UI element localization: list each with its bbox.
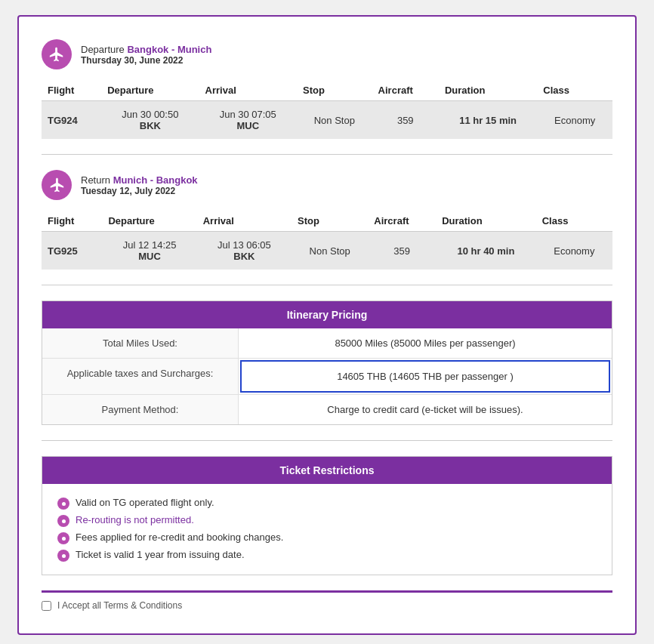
list-item: Valid on TG operated flight only.: [57, 495, 597, 512]
restriction-text: Re-routing is not permitted.: [76, 514, 194, 525]
list-item: Ticket is valid 1 year from issuing date…: [57, 547, 597, 564]
col-flight-dep: Flight: [42, 80, 101, 101]
departure-title-block: Departure Bangkok - Munich Thursday 30, …: [81, 44, 211, 66]
divider-2: [42, 285, 612, 285]
restrictions-list: Valid on TG operated flight only.Re-rout…: [57, 495, 597, 564]
pricing-row: Applicable taxes and Surcharges:14605 TH…: [42, 359, 612, 395]
col-aircraft-ret: Aircraft: [368, 211, 436, 232]
col-duration-dep: Duration: [439, 80, 537, 101]
col-departure-dep: Departure: [101, 80, 199, 101]
main-container: Departure Bangkok - Munich Thursday 30, …: [17, 15, 637, 635]
restrictions-body: Valid on TG operated flight only.Re-rout…: [42, 484, 612, 575]
class-value: Economy: [536, 232, 612, 270]
col-aircraft-dep: Aircraft: [372, 80, 439, 101]
list-item: Re-routing is not permitted.: [57, 512, 597, 529]
table-row: TG925 Jul 12 14:25MUC Jul 13 06:05BKK No…: [42, 232, 612, 270]
restrictions-section: Ticket Restrictions Valid on TG operated…: [42, 456, 612, 575]
restrictions-header: Ticket Restrictions: [42, 457, 612, 484]
col-class-ret: Class: [536, 211, 612, 232]
duration-value: 10 hr 40 min: [436, 232, 536, 270]
pricing-header: Itinerary Pricing: [42, 301, 612, 328]
divider-1: [42, 154, 612, 155]
return-table: Flight Departure Arrival Stop Aircraft D…: [42, 211, 612, 270]
restriction-text: Fees applied for re-credit and booking c…: [76, 532, 283, 543]
class-value: Economy: [537, 101, 612, 140]
arrival-time: Jun 30 07:05MUC: [199, 101, 297, 140]
col-flight-ret: Flight: [42, 211, 102, 232]
departure-section-header: Departure Bangkok - Munich Thursday 30, …: [42, 39, 612, 69]
terms-label: I Accept all Terms & Conditions: [57, 600, 182, 611]
return-date: Tuesday 12, July 2022: [81, 186, 198, 196]
col-stop-ret: Stop: [292, 211, 368, 232]
restriction-text: Valid on TG operated flight only.: [76, 497, 214, 508]
stop-info: Non Stop: [292, 232, 368, 270]
pricing-row: Total Miles Used:85000 Miles (85000 Mile…: [42, 328, 612, 359]
bottom-area: I Accept all Terms & Conditions: [42, 590, 612, 611]
col-duration-ret: Duration: [436, 211, 536, 232]
col-class-dep: Class: [537, 80, 612, 101]
list-item: Fees applied for re-credit and booking c…: [57, 529, 597, 547]
terms-row[interactable]: I Accept all Terms & Conditions: [42, 600, 612, 611]
pricing-section: Itinerary Pricing Total Miles Used:85000…: [42, 300, 612, 425]
bullet-icon: [57, 498, 69, 510]
pricing-value: 14605 THB (14605 THB per passenger ): [240, 360, 610, 393]
col-stop-dep: Stop: [297, 80, 372, 101]
departure-label: Departure Bangkok - Munich: [81, 44, 211, 55]
table-row: TG924 Jun 30 00:50BKK Jun 30 07:05MUC No…: [42, 101, 612, 140]
duration-value: 11 hr 15 min: [439, 101, 537, 140]
departure-icon: [42, 39, 72, 69]
bullet-icon: [57, 515, 69, 527]
col-departure-ret: Departure: [102, 211, 196, 232]
pricing-label: Applicable taxes and Surcharges:: [42, 359, 239, 394]
restriction-text: Ticket is valid 1 year from issuing date…: [76, 549, 245, 560]
flight-number: TG924: [42, 101, 101, 140]
pricing-value: Charge to credit card (e-ticket will be …: [239, 395, 612, 424]
bullet-icon: [57, 532, 69, 544]
col-arrival-ret: Arrival: [197, 211, 292, 232]
flight-number: TG925: [42, 232, 102, 270]
pricing-label: Payment Method:: [42, 395, 239, 424]
pricing-row: Payment Method:Charge to credit card (e-…: [42, 395, 612, 424]
aircraft-type: 359: [368, 232, 436, 270]
return-label: Return Munich - Bangkok: [81, 174, 198, 186]
departure-date: Thursday 30, June 2022: [81, 55, 211, 66]
col-arrival-dep: Arrival: [199, 80, 297, 101]
pricing-label: Total Miles Used:: [42, 328, 239, 358]
pricing-value: 85000 Miles (85000 Miles per passenger): [239, 328, 612, 358]
return-icon: [42, 170, 72, 200]
bullet-icon: [57, 550, 69, 562]
pricing-rows: Total Miles Used:85000 Miles (85000 Mile…: [42, 328, 612, 424]
departure-table: Flight Departure Arrival Stop Aircraft D…: [42, 80, 612, 139]
return-section-header: Return Munich - Bangkok Tuesday 12, July…: [42, 170, 612, 200]
arrival-time: Jul 13 06:05BKK: [197, 232, 292, 270]
aircraft-type: 359: [372, 101, 439, 140]
terms-checkbox[interactable]: [42, 601, 51, 611]
return-title-block: Return Munich - Bangkok Tuesday 12, July…: [81, 174, 198, 196]
stop-info: Non Stop: [297, 101, 372, 140]
departure-time: Jul 12 14:25MUC: [102, 232, 196, 270]
departure-time: Jun 30 00:50BKK: [101, 101, 199, 140]
divider-3: [42, 440, 612, 441]
